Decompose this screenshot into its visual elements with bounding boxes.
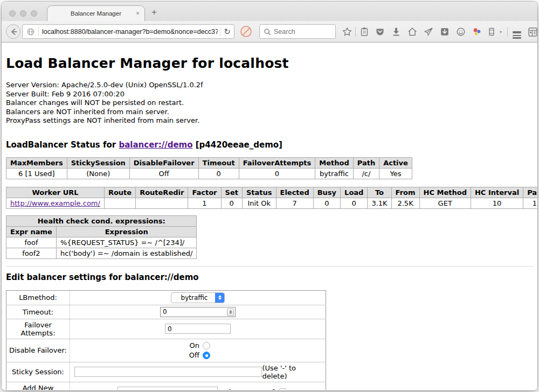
- hamburger-icon: [513, 31, 521, 32]
- page-content: Load Balancer Manager for localhost Serv…: [2, 43, 537, 390]
- globe-icon: [26, 27, 35, 36]
- expression-cell: hc('body') =~ /domain is established/: [56, 248, 197, 258]
- worker-url-cell: http://www.example.com/: [6, 198, 105, 208]
- pocket-button[interactable]: [375, 26, 385, 37]
- add-worker-row: Add New Worker: Are you sure?: [6, 382, 326, 390]
- column-header: From: [391, 187, 419, 198]
- tab-title: Balancer Manager: [71, 10, 121, 17]
- column-header: To: [368, 187, 391, 198]
- edit-settings-heading: Edit balancer settings for balancer://de…: [6, 272, 537, 282]
- set-cell: 0: [221, 198, 242, 208]
- number-spinner-icon[interactable]: [227, 309, 234, 316]
- elected-cell: 7: [276, 198, 313, 208]
- share-button[interactable]: [423, 26, 434, 37]
- timeout-input[interactable]: [160, 307, 236, 317]
- column-header: DisableFailover: [129, 157, 198, 168]
- menu-button[interactable]: [512, 26, 522, 37]
- disable-failover-label: Disable Failover:: [6, 339, 70, 362]
- maxmembers-cell: 6 [1 Used]: [6, 168, 67, 179]
- sidebar-panel-button[interactable]: [527, 26, 537, 37]
- bookmark-star-button[interactable]: [342, 26, 353, 37]
- pocket-icon: [375, 27, 385, 37]
- column-header: Path: [353, 157, 379, 168]
- column-header: Busy: [313, 187, 340, 198]
- balancer-demo-link[interactable]: balancer://demo: [119, 140, 192, 150]
- feedback-button[interactable]: [455, 26, 466, 37]
- are-you-sure-label: Are you sure?: [227, 388, 275, 390]
- search-icon: [264, 28, 271, 36]
- new-tab-button[interactable]: +: [151, 7, 157, 18]
- persist-warning-line: Balancer changes will NOT be persisted o…: [6, 99, 537, 108]
- color-dots-icon: [472, 27, 482, 37]
- colorways-button[interactable]: [472, 26, 482, 37]
- column-header: Set: [221, 187, 242, 198]
- busy-cell: 0: [313, 198, 340, 208]
- sticky-session-input[interactable]: [74, 367, 262, 377]
- active-cell: Yes: [379, 168, 412, 179]
- table-row: 6 [1 Used] (None) Off 0 0 bytraffic /c/ …: [6, 168, 412, 179]
- downloads-button[interactable]: [391, 26, 402, 37]
- loadbalancer-status-heading: LoadBalancer Status for balancer://demo …: [6, 140, 537, 150]
- back-button[interactable]: [6, 24, 20, 39]
- radio-off-label: Off: [185, 351, 199, 360]
- radio-off[interactable]: [203, 352, 210, 359]
- timeout-cell: 0: [198, 168, 239, 179]
- search-input[interactable]: [274, 28, 328, 36]
- column-header: HC Interval: [471, 187, 523, 198]
- window-zoom-button[interactable]: [31, 10, 37, 17]
- server-built-line: Server Built: Feb 9 2016 07:00:20: [6, 90, 537, 99]
- path-cell: /c/: [353, 168, 379, 179]
- toolbar-divider-2: [507, 27, 508, 37]
- failoverattempts-cell: 0: [239, 168, 315, 179]
- route-cell: [104, 198, 135, 208]
- worker-url-link[interactable]: http://www.example.com/: [10, 199, 100, 207]
- send-icon: [424, 27, 433, 37]
- home-button[interactable]: [407, 26, 418, 37]
- search-bar[interactable]: [259, 24, 336, 39]
- content-blocker-icon[interactable]: [240, 26, 252, 37]
- reload-icon[interactable]: ↻: [220, 27, 234, 37]
- radio-on[interactable]: [203, 342, 210, 349]
- from-cell: 2.5K: [391, 198, 419, 208]
- failover-attempts-input[interactable]: [165, 324, 231, 334]
- browser-tab[interactable]: Balancer Manager ×: [47, 5, 145, 21]
- are-you-sure-checkbox[interactable]: [279, 388, 286, 390]
- chevron-down-icon[interactable]: ▾: [495, 26, 506, 37]
- timeout-label: Timeout:: [6, 305, 70, 319]
- window-minimize-button[interactable]: [20, 10, 26, 17]
- expression-cell: %{REQUEST_STATUS} =~ /^[234]/: [56, 237, 197, 248]
- proxypass-warning-line: ProxyPass settings are NOT inherited fro…: [6, 116, 537, 125]
- column-header: Load: [341, 187, 368, 198]
- home-icon: [407, 27, 417, 37]
- url-input[interactable]: [39, 28, 220, 36]
- browser-window: Balancer Manager × + ↻: [2, 2, 537, 390]
- to-cell: 3.1K: [368, 198, 391, 208]
- smiley-icon: [456, 27, 466, 37]
- add-worker-input[interactable]: [118, 387, 218, 390]
- column-header: StickySession: [67, 157, 129, 168]
- inherit-warning-line: Balancers are NOT inherited from main se…: [6, 108, 537, 117]
- reading-list-button[interactable]: [359, 26, 370, 37]
- routeredir-cell: [136, 198, 188, 208]
- column-header: Expr name: [6, 226, 57, 237]
- navigation-toolbar: ↻: [2, 21, 537, 43]
- download-icon: [391, 27, 401, 37]
- lbmethod-select[interactable]: bytraffic: [171, 292, 225, 303]
- status-cell: Init Ok: [242, 198, 276, 208]
- column-header: FailoverAttempts: [239, 157, 315, 168]
- column-header: Method: [315, 157, 353, 168]
- status-heading-suffix: [p4420eeae_demo]: [193, 140, 282, 150]
- sticky-session-note: (Use '-' to delete): [262, 364, 323, 380]
- method-cell: bytraffic: [315, 168, 353, 179]
- window-close-button[interactable]: [9, 10, 16, 17]
- sticky-session-row: Sticky Session: (Use '-' to delete): [6, 362, 326, 382]
- disable-failover-row: Disable Failover: On Off: [6, 339, 326, 362]
- tab-close-icon[interactable]: ×: [136, 10, 140, 17]
- add-worker-label: Add New Worker:: [6, 382, 70, 390]
- screenshot-button[interactable]: [439, 26, 450, 37]
- column-header: MaxMembers: [6, 157, 67, 168]
- load-cell: 0: [341, 198, 368, 208]
- url-bar[interactable]: ↻: [22, 24, 234, 39]
- lbmethod-selected-value: bytraffic: [171, 293, 216, 303]
- disablefailover-cell: Off: [129, 168, 198, 179]
